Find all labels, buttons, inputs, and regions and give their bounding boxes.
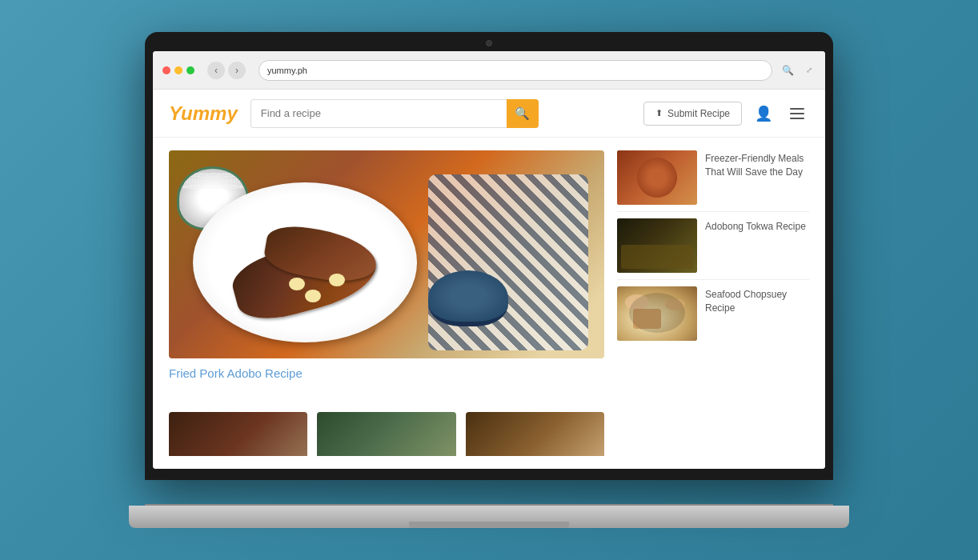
dot-green[interactable]	[186, 66, 194, 74]
sidebar-recipe-2[interactable]: Adobong Tokwa Recipe	[617, 218, 809, 273]
sidebar-recipe-title-2: Adobong Tokwa Recipe	[705, 218, 806, 234]
garlic-3	[329, 274, 345, 286]
sauce-bowl-image	[428, 270, 508, 326]
brand-logo: Yummy	[169, 102, 238, 125]
garlic-2	[305, 290, 321, 302]
browser-search-icon: 🔍	[779, 62, 796, 79]
user-avatar-icon: 👤	[755, 105, 772, 122]
hamburger-icon	[790, 108, 804, 119]
sidebar-divider-2	[617, 279, 809, 280]
laptop-screen-border: ‹ › yummy.ph 🔍 ⤢ Yummy 🔍	[145, 32, 833, 480]
back-button[interactable]: ‹	[207, 62, 225, 79]
sidebar-recipe-thumb-1	[617, 150, 697, 205]
resize-icon: ⤢	[803, 64, 816, 77]
browser-dots	[162, 66, 194, 74]
search-container: 🔍	[251, 99, 539, 128]
submit-recipe-label: Submit Recipe	[667, 108, 730, 119]
hero-recipe-title[interactable]: Fried Pork Adobo Recipe	[169, 366, 604, 380]
small-recipe-card-1[interactable]	[169, 412, 307, 456]
user-icon[interactable]: 👤	[752, 102, 776, 126]
address-bar[interactable]: yummy.ph	[259, 60, 772, 81]
submit-recipe-button[interactable]: ⬆ Submit Recipe	[643, 102, 742, 126]
hero-title-link: Fried Pork	[169, 366, 227, 380]
sidebar-recipe-1[interactable]: Freezer-Friendly Meals That Will Save th…	[617, 150, 809, 205]
upload-icon: ⬆	[655, 108, 663, 118]
garlic-1	[289, 278, 305, 290]
laptop-camera	[486, 40, 492, 46]
dot-red[interactable]	[162, 66, 170, 74]
small-recipe-card-3[interactable]	[466, 412, 604, 456]
main-content: Fried Pork Adobo Recipe	[153, 138, 825, 469]
small-recipe-card-2[interactable]	[317, 412, 455, 456]
small-recipe-cards	[169, 412, 604, 456]
header-actions: ⬆ Submit Recipe 👤	[643, 102, 809, 126]
browser-navigation: ‹ ›	[207, 62, 246, 79]
search-icon: 🔍	[515, 106, 530, 121]
sidebar-recipe-thumb-2	[617, 218, 697, 273]
menu-button[interactable]	[785, 102, 809, 126]
hero-recipe-image	[169, 150, 604, 358]
forward-button[interactable]: ›	[228, 62, 246, 79]
laptop-base	[129, 506, 849, 528]
left-column: Fried Pork Adobo Recipe	[169, 150, 604, 456]
hero-title-rest: Adobo Recipe	[227, 366, 303, 380]
seafood-chopsuey-visual	[617, 286, 697, 341]
search-input[interactable]	[251, 99, 507, 128]
search-button[interactable]: 🔍	[507, 99, 539, 128]
sidebar-recipe-title-1: Freezer-Friendly Meals That Will Save th…	[705, 150, 809, 179]
app-content: Yummy 🔍 ⬆ Submit Recipe 👤	[153, 90, 825, 469]
sidebar-recipe-3[interactable]: Seafood Chopsuey Recipe	[617, 286, 809, 341]
dot-yellow[interactable]	[174, 66, 182, 74]
laptop-screen: ‹ › yummy.ph 🔍 ⤢ Yummy 🔍	[153, 51, 825, 469]
browser-chrome: ‹ › yummy.ph 🔍 ⤢	[153, 51, 825, 90]
laptop-frame: ‹ › yummy.ph 🔍 ⤢ Yummy 🔍	[129, 32, 849, 528]
app-header: Yummy 🔍 ⬆ Submit Recipe 👤	[153, 90, 825, 138]
sidebar-divider-1	[617, 211, 809, 212]
sidebar-recipe-thumb-3	[617, 286, 697, 341]
address-text: yummy.ph	[267, 66, 307, 75]
hero-recipe-card[interactable]: Fried Pork Adobo Recipe	[169, 150, 604, 380]
sidebar-recipe-title-3: Seafood Chopsuey Recipe	[705, 286, 809, 315]
right-column: Freezer-Friendly Meals That Will Save th…	[617, 150, 809, 456]
